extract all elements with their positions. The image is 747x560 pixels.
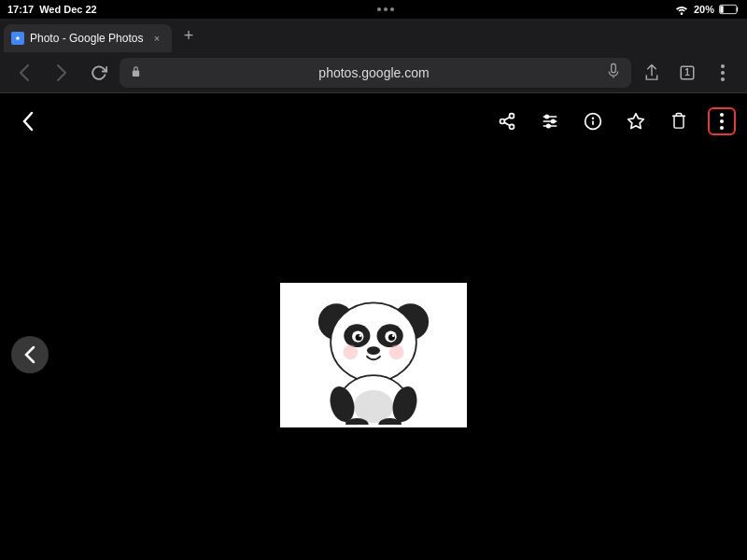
svg-rect-2 [720, 6, 723, 13]
svg-point-10 [721, 77, 725, 81]
svg-point-40 [367, 346, 380, 355]
share-photo-button[interactable] [493, 107, 521, 135]
photo-display [280, 283, 467, 427]
svg-line-14 [504, 122, 510, 125]
svg-line-15 [504, 117, 510, 119]
svg-point-9 [721, 71, 725, 75]
url-text: photos.google.com [147, 65, 601, 80]
time: 17:17 [7, 4, 34, 15]
back-button[interactable] [7, 56, 41, 90]
battery: 20% [694, 4, 714, 15]
share-nav-button[interactable] [635, 56, 669, 90]
new-tab-button[interactable]: + [176, 22, 202, 49]
favorite-photo-button[interactable] [622, 107, 650, 135]
status-left: 17:17 Wed Dec 22 [7, 4, 97, 15]
svg-rect-5 [612, 63, 616, 72]
svg-point-19 [545, 115, 548, 118]
browser-menu-button[interactable] [706, 56, 740, 90]
viewer-area [0, 149, 747, 560]
svg-point-44 [354, 390, 393, 423]
battery-icon [719, 4, 740, 15]
svg-marker-25 [628, 114, 644, 129]
lock-icon [131, 65, 141, 79]
tab-close-button[interactable]: × [149, 31, 164, 46]
date: Wed Dec 22 [39, 4, 97, 15]
svg-point-26 [720, 113, 724, 117]
svg-point-41 [343, 344, 358, 359]
more-options-button[interactable] [708, 107, 736, 135]
adjust-photo-button[interactable] [536, 107, 564, 135]
address-bar[interactable]: photos.google.com [120, 58, 631, 88]
nav-right-buttons: 1 [635, 56, 740, 90]
status-bar: 17:17 Wed Dec 22 20% [0, 0, 747, 19]
nav-bar: photos.google.com [0, 52, 747, 93]
status-right: 20% [674, 4, 740, 15]
info-photo-button[interactable] [579, 107, 607, 135]
tab-title: Photo - Google Photos [30, 32, 144, 45]
tab-dots [377, 7, 394, 11]
main-wrapper: 17:17 Wed Dec 22 20% [0, 0, 747, 560]
svg-point-38 [359, 334, 362, 337]
delete-photo-button[interactable] [665, 107, 693, 135]
svg-point-21 [547, 124, 550, 127]
svg-rect-4 [133, 71, 139, 77]
svg-point-8 [721, 64, 725, 68]
mic-icon[interactable] [607, 63, 620, 83]
wifi-icon [674, 4, 689, 15]
svg-point-39 [392, 334, 395, 337]
forward-button[interactable] [45, 56, 78, 90]
browser-content [0, 93, 747, 560]
svg-point-27 [720, 119, 724, 123]
svg-point-31 [331, 302, 416, 382]
active-tab[interactable]: Photo - Google Photos × [4, 24, 172, 52]
toolbar-right-icons [493, 107, 736, 135]
panda-svg [285, 285, 462, 425]
svg-point-20 [552, 119, 555, 122]
svg-point-28 [720, 126, 724, 130]
svg-point-42 [389, 344, 404, 359]
photo-back-button[interactable] [11, 105, 45, 138]
tabs-button[interactable]: 1 [670, 56, 704, 90]
prev-photo-button[interactable] [11, 336, 49, 373]
tab-favicon [11, 32, 24, 45]
reload-button[interactable] [82, 56, 116, 90]
svg-point-0 [681, 12, 684, 15]
tab-bar: Photo - Google Photos × + [0, 19, 747, 52]
browser-chrome: Photo - Google Photos × + [0, 19, 747, 93]
photo-toolbar [0, 93, 747, 149]
